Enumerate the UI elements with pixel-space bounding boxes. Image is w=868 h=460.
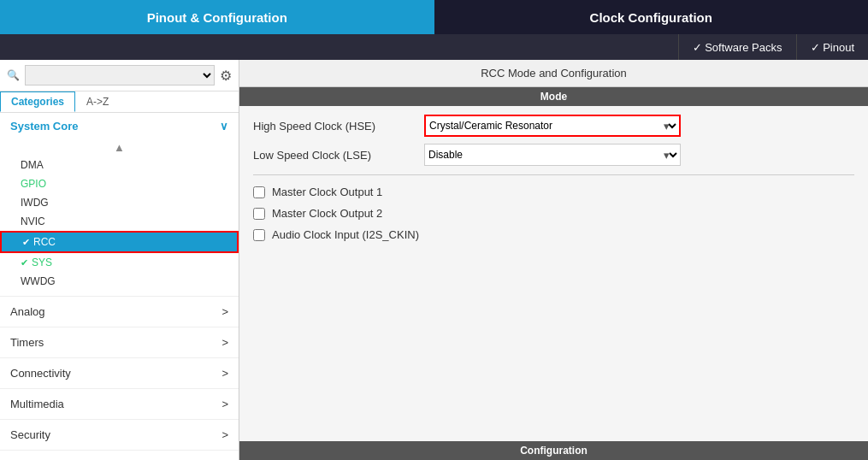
master-clock-2-row: Master Clock Output 2 — [253, 205, 854, 221]
audio-clock-row: Audio Clock Input (I2S_CKIN) — [253, 227, 854, 243]
section-multimedia[interactable]: Multimedia > — [0, 389, 239, 420]
sidebar-item-iwdg[interactable]: IWDG — [0, 193, 239, 212]
software-packs-button[interactable]: ✓ Software Packs — [678, 34, 796, 60]
tab-categories[interactable]: Categories — [0, 91, 75, 112]
sidebar-tabs: Categories A->Z — [0, 91, 239, 113]
section-security-label: Security — [10, 428, 50, 441]
chevron-right-icon: > — [221, 305, 228, 318]
pinout-config-label: Pinout & Configuration — [147, 10, 287, 25]
sidebar-item-wwdg[interactable]: WWDG — [0, 272, 239, 291]
section-analog-label: Analog — [10, 305, 44, 318]
section-system-core-content: ▲ DMA GPIO IWDG NVIC ✔ RCC ✔ — [0, 139, 239, 296]
sidebar-item-gpio[interactable]: GPIO — [0, 174, 239, 193]
mode-bar: Mode — [239, 87, 868, 106]
section-connectivity-label: Connectivity — [10, 367, 71, 380]
chevron-right-icon: > — [221, 428, 228, 441]
tab-atoz[interactable]: A->Z — [75, 91, 120, 112]
master-clock-1-label: Master Clock Output 1 — [272, 186, 382, 198]
master-clock-1-checkbox[interactable] — [253, 186, 265, 198]
gear-icon[interactable]: ⚙ — [220, 68, 232, 84]
section-system-core: System Core ∨ ▲ DMA GPIO IWDG NVIC ✔ — [0, 113, 239, 297]
section-system-core-label: System Core — [10, 120, 78, 133]
chevron-right-icon: > — [221, 336, 228, 349]
clock-config-header: Clock Configuration — [434, 0, 869, 34]
sidebar-search-bar: 🔍 ⚙ — [0, 60, 239, 91]
hse-label: High Speed Clock (HSE) — [253, 120, 424, 133]
section-security[interactable]: Security > — [0, 420, 239, 451]
lse-select[interactable]: Disable BYPASS Clock Source Crystal/Cera… — [424, 144, 681, 166]
sidebar-item-sys[interactable]: ✔ SYS — [0, 253, 239, 272]
sidebar-item-nvic[interactable]: NVIC — [0, 212, 239, 231]
config-bar: Configuration — [239, 441, 868, 460]
master-clock-1-row: Master Clock Output 1 — [253, 184, 854, 200]
search-icon: 🔍 — [7, 69, 20, 81]
sys-check-icon: ✔ — [21, 257, 28, 268]
hse-select[interactable]: Crystal/Ceramic Resonator Disable BYPASS… — [424, 115, 681, 137]
master-clock-2-label: Master Clock Output 2 — [272, 207, 382, 220]
chevron-right-icon: > — [221, 367, 228, 380]
lse-label: Low Speed Clock (LSE) — [253, 149, 424, 162]
mode-bar-label: Mode — [540, 91, 567, 103]
section-timers-label: Timers — [10, 336, 44, 349]
lse-row: Low Speed Clock (LSE) Disable BYPASS Clo… — [253, 144, 854, 166]
section-multimedia-label: Multimedia — [10, 398, 64, 410]
content-title: RCC Mode and Configuration — [239, 60, 868, 87]
separator — [253, 174, 854, 175]
rcc-check-icon: ✔ — [22, 237, 30, 248]
audio-clock-checkbox[interactable] — [253, 229, 265, 241]
sidebar: 🔍 ⚙ Categories A->Z System Core ∨ ▲ DMA — [0, 60, 239, 460]
sub-header-right: ✓ Software Packs ✓ Pinout — [239, 34, 868, 60]
pinout-config-header: Pinout & Configuration — [0, 0, 434, 34]
section-connectivity[interactable]: Connectivity > — [0, 358, 239, 389]
content-title-text: RCC Mode and Configuration — [481, 67, 627, 80]
master-clock-2-checkbox[interactable] — [253, 208, 265, 220]
search-input[interactable] — [25, 65, 215, 86]
sidebar-item-rcc[interactable]: ✔ RCC — [0, 231, 239, 253]
hse-row: High Speed Clock (HSE) Crystal/Ceramic R… — [253, 115, 854, 137]
chevron-down-icon: ∨ — [220, 120, 228, 133]
chevron-right-icon: > — [221, 398, 228, 410]
section-system-core-header[interactable]: System Core ∨ — [0, 113, 239, 139]
clock-config-label: Clock Configuration — [590, 10, 712, 25]
mode-content: High Speed Clock (HSE) Crystal/Ceramic R… — [239, 106, 868, 257]
content-panel: RCC Mode and Configuration Mode High Spe… — [239, 60, 868, 460]
audio-clock-label: Audio Clock Input (I2S_CKIN) — [272, 228, 419, 241]
sub-header-left — [0, 34, 239, 60]
pinout-label: ✓ Pinout — [811, 41, 854, 54]
software-packs-label: ✓ Software Packs — [693, 41, 782, 54]
sidebar-item-dma[interactable]: DMA — [0, 156, 239, 174]
pinout-button[interactable]: ✓ Pinout — [796, 34, 868, 60]
section-timers[interactable]: Timers > — [0, 327, 239, 358]
scroll-up-arrow[interactable]: ▲ — [0, 139, 239, 156]
section-analog[interactable]: Analog > — [0, 297, 239, 327]
